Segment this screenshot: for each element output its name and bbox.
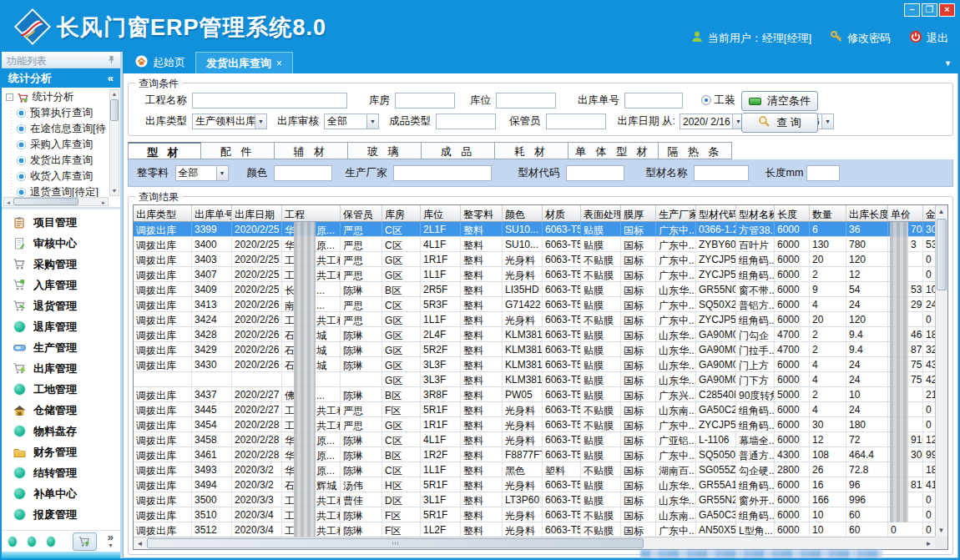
table-row[interactable]: 调拨出库34932020/3/2华原...陈琳C区1L1F整料黑色塑料不贴膜国标… [134,462,935,477]
column-header[interactable]: 数量 [810,205,846,221]
table-row[interactable]: 调拨出库34942020/3/2石辉城汤伟H区5R1F整料光身料6063-T5贴… [134,477,935,492]
scroll-left-icon[interactable]: ◄ [134,537,146,550]
project-name-input[interactable] [192,93,347,108]
sidebar-item-clipboard[interactable]: 项目管理 [2,212,120,233]
radio-gongzhuang[interactable]: 工装 [701,93,735,108]
maker-input[interactable] [393,165,492,181]
material-tab[interactable]: 配 件 [201,142,275,159]
tab-close-icon[interactable]: × [276,58,282,69]
sidebar-item-chip[interactable]: 生产管理 [2,337,120,358]
table-row[interactable]: 调拨出库34242020/2/26工共工程严思G区1L1F整料光身料6063-T… [134,312,935,327]
scroll-thumb[interactable] [147,538,644,548]
product-type-input[interactable] [436,114,496,129]
material-tab[interactable]: 耗 材 [495,142,568,159]
column-header[interactable]: 生产厂家 [656,205,696,221]
sidebar-item-circle[interactable]: 结转管理 [2,462,120,483]
scroll-down-icon[interactable]: ▼ [935,524,947,537]
table-row[interactable]: 调拨出库33992020/2/25华原...严思C区2L1F整料SU10...6… [134,222,935,237]
sidebar-item-cart[interactable]: 采购管理 [2,254,120,275]
tree-item[interactable]: 发货出库查询 [5,153,109,169]
material-tab[interactable]: 玻 璃 [348,142,422,159]
tree-item[interactable]: 收货入库查询 [5,169,109,184]
column-header[interactable]: 出库单号 [192,205,232,221]
scroll-up-icon[interactable]: ▲ [110,90,119,98]
table-row[interactable]: 调拨出库34032020/2/25工共工程严思G区1R1F整料光身料6063-T… [134,252,935,267]
module-dot-icon[interactable] [28,537,36,547]
column-header[interactable]: 出库长度 [846,205,888,221]
column-header[interactable]: 型材名称 [736,205,775,221]
table-row[interactable]: 调拨出库34582020/2/28华原...陈琳C区4L1F整料光身料6063-… [134,432,935,447]
column-header[interactable]: 长度 [775,205,810,221]
module-dot-icon[interactable] [47,537,55,547]
table-row[interactable]: 调拨出库34372020/2/27佛...陈琳B区3R8F整料PW056063-… [134,387,935,402]
table-row[interactable]: 调拨出库34452020/2/27工共工程严思F区5R1F整料光身料6063-T… [134,402,935,417]
tree-item[interactable]: 退货查询[待定] [5,184,109,197]
scroll-right-icon[interactable]: ► [922,537,935,550]
material-tab[interactable]: 型 材 [128,142,201,159]
table-row[interactable]: 调拨出库34092020/2/25长...陈琳B区2R5F整料LI35HD606… [134,282,935,297]
column-header[interactable]: 出库日期 [232,205,282,221]
sidebar-item-circle[interactable]: 工地管理 [2,379,120,400]
sidebar-item-cart-in[interactable]: 入库管理 [2,275,120,295]
column-header[interactable]: 型材代码 [696,205,736,221]
logout-button[interactable]: 退出 [909,30,948,46]
pin-icon[interactable] [108,55,115,67]
table-row[interactable]: 调拨出库34612020/2/28华原...陈琳B区1R2F整料F8877FT6… [134,447,935,462]
column-header[interactable]: 库位 [421,205,461,221]
cart-module-button[interactable] [73,532,97,551]
scroll-thumb[interactable] [937,219,947,290]
module-dot-icon[interactable] [8,537,17,547]
column-header[interactable]: 金 [923,205,935,221]
table-row[interactable]: 调拨出库34302020/2/26石城陈琳G区3L3F整料KLM38176063… [134,357,935,372]
sidebar-item-cart-return[interactable]: 退货管理 [2,295,120,316]
collapse-icon[interactable]: « [108,72,114,84]
sidebar-item-folder[interactable]: 财务管理 [2,441,120,462]
code-input[interactable] [566,165,624,181]
table-row[interactable]: 调拨出库34542020/2/28工共工程严思G区1R1F整料光身料6063-T… [134,417,935,432]
section-header-statistics[interactable]: 统计分析 « [2,68,120,88]
column-header[interactable]: 膜厚 [621,205,656,221]
tab-list-caret-icon[interactable]: ▼ [944,59,952,68]
table-row[interactable]: 调拨出库34072020/2/25工共工程严思G区1L1F整料光身料6063-T… [134,267,935,282]
out-type-select[interactable]: 生产领料出库▼ [192,114,267,129]
tab-active-page[interactable]: 发货出库查询× [195,52,293,73]
tree-expander-icon[interactable]: - [6,93,13,101]
sidebar-item-cart-out[interactable]: 出库管理 [2,358,120,379]
keeper-input[interactable] [546,114,606,129]
table-row[interactable]: 调拨出库35002020/3/3工共工程曹佳D区3L1F整料LT3P606063… [134,492,935,507]
material-tab[interactable]: 辅 材 [275,142,348,159]
scroll-right-icon[interactable]: ► [99,199,108,207]
column-header[interactable]: 整零料 [461,205,503,221]
material-tab[interactable]: 单 体 型 材 [568,142,659,159]
whole-part-select[interactable]: 全部▼ [175,165,229,181]
scroll-left-icon[interactable]: ◄ [4,199,13,207]
sidebar-item-circle[interactable]: 补单中心 [2,483,120,504]
audit-select[interactable]: 全部▼ [324,114,379,129]
length-input[interactable] [806,165,840,181]
scroll-up-icon[interactable]: ▲ [935,205,947,218]
tree-vertical-scrollbar[interactable]: ▲ ▼ [109,89,119,196]
tree-item[interactable]: 预算执行查询 [5,105,109,121]
warehouse-input[interactable] [395,93,455,108]
location-input[interactable] [496,93,556,108]
tree-item[interactable]: 采购入库查询 [5,137,109,153]
change-password-button[interactable]: 修改密码 [830,30,891,46]
table-row[interactable]: 调拨出库35122020/3/4工共工程陈琳F区1L2F整料光身料6063-T5… [134,522,935,537]
sidebar-item-audit[interactable]: 审核中心 [2,233,120,254]
close-button[interactable]: × [939,3,955,17]
table-row[interactable]: G区3L3F整料KLM38176063-T5贴膜国标山东华...GA90M09.… [134,372,935,387]
column-header[interactable]: 保管员 [341,205,382,221]
table-row[interactable]: 调拨出库34132020/2/26南...严思C区5R3F整料G71422606… [134,297,935,312]
tree-root[interactable]: - 统计分析 [5,89,109,105]
name-input[interactable] [694,165,749,181]
scroll-thumb[interactable] [110,99,119,121]
grid-vertical-scrollbar[interactable]: ▲ ▼ [935,205,947,537]
material-tab[interactable]: 成 品 [422,142,495,159]
table-row[interactable]: 调拨出库34282020/2/26石城陈琳G区2L4F整料KLM38176063… [134,327,935,342]
sidebar-item-circle[interactable]: 物料盘存 [2,421,120,441]
column-header[interactable]: 颜色 [503,205,543,221]
column-header[interactable]: 工程 [282,205,341,221]
tab-home[interactable]: 起始页 [125,52,195,73]
column-header[interactable]: 单价 [888,205,923,221]
tree-item[interactable]: 在途信息查询[待 [5,121,109,137]
